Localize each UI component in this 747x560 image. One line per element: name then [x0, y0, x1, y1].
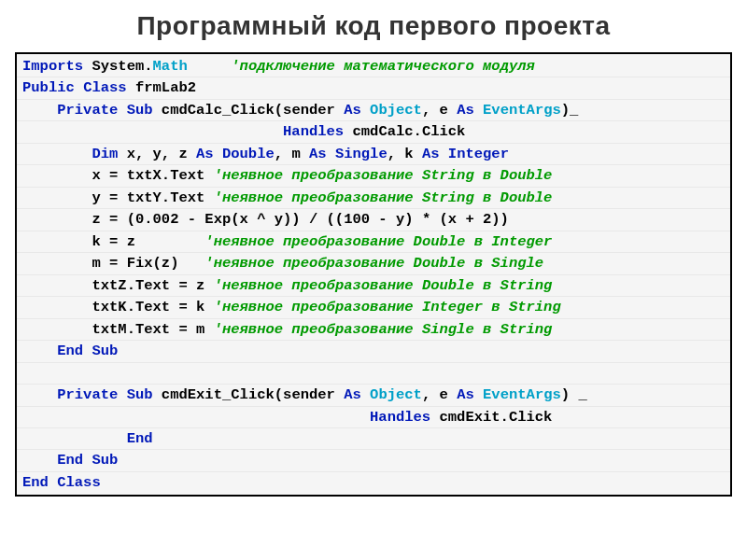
type: Double: [214, 146, 275, 162]
code-line: Private Sub cmdExit_Click(sender As Obje…: [17, 385, 730, 406]
code-text: cmdExit.Click: [430, 409, 552, 426]
code-text: frmLab2: [127, 79, 196, 96]
indent: [22, 343, 57, 359]
keyword: Public: [22, 79, 75, 96]
keyword: Private: [57, 386, 118, 403]
keyword: Handles: [370, 409, 430, 426]
type: Math: [153, 58, 188, 75]
keyword: Sub: [92, 452, 118, 469]
code-line: txtZ.Text = z 'неявное преобразование Do…: [17, 275, 730, 297]
code-line: y = txtY.Text 'неявное преобразование St…: [17, 188, 730, 209]
code-line: Imports System.Math 'подключение математ…: [17, 56, 730, 77]
keyword: Handles: [283, 123, 344, 140]
indent: [22, 146, 92, 162]
code-line-blank: [17, 363, 730, 385]
keyword: As: [422, 146, 440, 162]
type: Object: [361, 102, 422, 119]
keyword: Imports: [22, 58, 83, 75]
code-line: z = (0.002 - Exp(x ^ y)) / ((100 - y) * …: [17, 209, 730, 231]
code-line: x = txtX.Text 'неявное преобразование St…: [17, 165, 730, 187]
code-text: k = z: [92, 233, 204, 250]
indent: [22, 409, 370, 426]
code-text: , e: [422, 102, 457, 119]
indent: [22, 102, 57, 119]
comment: 'неявное преобразование Double в Single: [204, 255, 543, 272]
indent: [22, 430, 127, 447]
indent: [22, 321, 92, 338]
indent: [22, 299, 92, 315]
type: Integer: [440, 146, 509, 162]
keyword: Sub: [92, 343, 118, 359]
code-text: , m: [275, 146, 309, 162]
code-text: txtM.Text = m: [92, 321, 213, 338]
code-text: cmdCalc_Click(sender: [153, 102, 345, 119]
indent: [22, 167, 92, 184]
keyword: As: [344, 386, 361, 403]
code-line: Handles cmdExit.Click: [17, 407, 730, 428]
code-text: , e: [422, 386, 457, 403]
code-text: cmdCalc.Click: [344, 123, 465, 140]
indent: [22, 211, 92, 228]
comment: 'неявное преобразование Integer в String: [214, 299, 561, 315]
indent: [22, 233, 92, 250]
keyword: As: [309, 146, 327, 162]
keyword: Private: [57, 102, 118, 119]
keyword: Sub: [127, 102, 153, 119]
code-line: Dim x, y, z As Double, m As Single, k As…: [17, 144, 730, 165]
comment: 'неявное преобразование Single в String: [214, 321, 553, 338]
comment: 'неявное преобразование Double в Integer: [204, 233, 552, 250]
comment: 'неявное преобразование String в Double: [214, 167, 553, 184]
page-title: Программный код первого проекта: [15, 11, 732, 41]
keyword: End: [57, 343, 83, 359]
keyword: End: [57, 452, 83, 469]
indent: [22, 386, 57, 403]
blank: [22, 365, 31, 382]
type: EventArgs: [474, 102, 561, 119]
indent: [22, 255, 92, 272]
type: Single: [327, 146, 388, 162]
comment: 'неявное преобразование Double в String: [214, 277, 553, 294]
indent: [22, 452, 57, 469]
code-block: Imports System.Math 'подключение математ…: [15, 52, 732, 497]
code-line: Private Sub cmdCalc_Click(sender As Obje…: [17, 100, 730, 121]
code-line: Handles cmdCalc.Click: [17, 121, 730, 143]
code-text: z = (0.002 - Exp(x ^ y)) / ((100 - y) * …: [92, 211, 508, 228]
comment: 'неявное преобразование String в Double: [214, 189, 553, 206]
code-gap: [188, 58, 232, 75]
code-line: End Class: [17, 472, 730, 493]
type: EventArgs: [474, 386, 561, 403]
keyword: As: [457, 102, 474, 119]
code-line: txtM.Text = m 'неявное преобразование Si…: [17, 319, 730, 341]
code-text: x, y, z: [118, 146, 196, 162]
keyword: As: [196, 146, 214, 162]
keyword: As: [457, 386, 474, 403]
code-text: System.: [83, 58, 152, 75]
code-text: m = Fix(z): [92, 255, 204, 272]
code-line: End Sub: [17, 450, 730, 471]
keyword: Class: [57, 474, 101, 491]
code-line: End: [17, 428, 730, 450]
comment: 'подключение математического модуля: [231, 58, 535, 75]
code-text: txtK.Text = k: [92, 299, 213, 315]
keyword: Class: [83, 79, 127, 96]
type: Object: [361, 386, 422, 403]
keyword: End: [22, 474, 49, 491]
keyword: End: [127, 430, 153, 447]
keyword: Dim: [92, 146, 118, 162]
indent: [22, 277, 92, 294]
keyword: Sub: [127, 386, 153, 403]
code-text: cmdExit_Click(sender: [153, 386, 345, 403]
code-text: )_: [561, 102, 579, 119]
indent: [22, 123, 283, 140]
code-line: k = z 'неявное преобразование Double в I…: [17, 231, 730, 253]
code-line: m = Fix(z) 'неявное преобразование Doubl…: [17, 253, 730, 274]
code-line: txtK.Text = k 'неявное преобразование In…: [17, 297, 730, 318]
code-text: y = txtY.Text: [92, 189, 213, 206]
keyword: As: [344, 102, 361, 119]
code-line: Public Class frmLab2: [17, 77, 730, 99]
code-text: , k: [388, 146, 422, 162]
code-line: End Sub: [17, 341, 730, 362]
code-text: ) _: [561, 386, 587, 403]
indent: [22, 189, 92, 206]
code-text: txtZ.Text = z: [92, 277, 213, 294]
